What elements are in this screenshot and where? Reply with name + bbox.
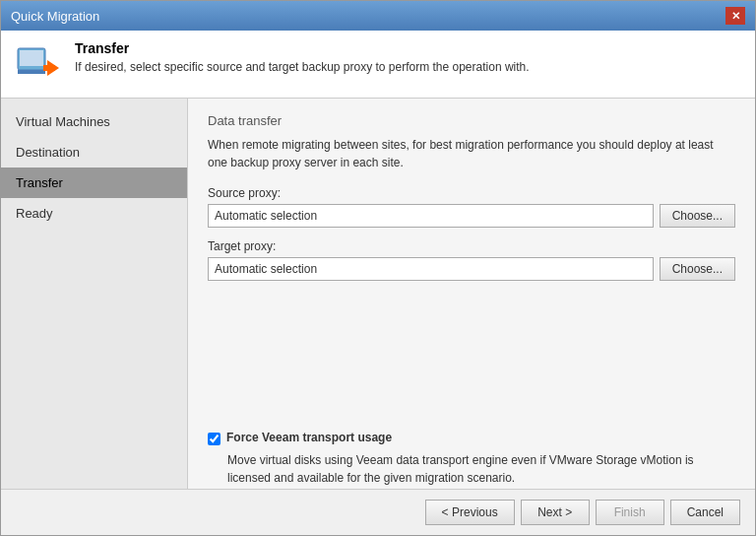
footer: < Previous Next > Finish Cancel	[1, 489, 755, 535]
target-proxy-input[interactable]	[208, 257, 654, 281]
source-proxy-group: Source proxy: Choose...	[208, 186, 735, 228]
header-title: Transfer	[75, 40, 530, 56]
target-proxy-group: Target proxy: Choose...	[208, 239, 735, 281]
force-veeam-checkbox[interactable]	[208, 433, 220, 445]
sidebar-item-virtual-machines[interactable]: Virtual Machines	[1, 106, 187, 137]
sidebar: Virtual Machines Destination Transfer Re…	[1, 99, 188, 489]
source-proxy-label: Source proxy:	[208, 186, 735, 200]
checkbox-label[interactable]: Force Veeam transport usage	[226, 431, 392, 444]
section-description: When remote migrating between sites, for…	[208, 136, 735, 171]
header-description: If desired, select specific source and t…	[75, 60, 530, 74]
source-proxy-row: Choose...	[208, 204, 735, 228]
close-button[interactable]: ✕	[725, 7, 745, 25]
source-proxy-input[interactable]	[208, 204, 654, 228]
sidebar-item-transfer[interactable]: Transfer	[1, 168, 187, 198]
checkbox-description: Move virtual disks using Veeam data tran…	[227, 451, 735, 487]
sidebar-item-ready[interactable]: Ready	[1, 198, 187, 229]
target-proxy-row: Choose...	[208, 257, 735, 281]
section-title: Data transfer	[208, 113, 735, 128]
finish-button[interactable]: Finish	[596, 500, 664, 525]
checkbox-section: Force Veeam transport usage Move virtual…	[208, 411, 735, 487]
source-choose-button[interactable]: Choose...	[660, 204, 735, 228]
previous-button[interactable]: < Previous	[425, 500, 515, 525]
svg-rect-1	[20, 50, 43, 66]
header-icon	[16, 40, 63, 88]
header-section: Transfer If desired, select specific sou…	[1, 31, 755, 99]
main-content: Data transfer When remote migrating betw…	[188, 99, 755, 489]
next-button[interactable]: Next >	[521, 500, 590, 525]
title-bar: Quick Migration ✕	[1, 1, 755, 31]
target-proxy-label: Target proxy:	[208, 239, 735, 253]
target-choose-button[interactable]: Choose...	[660, 257, 735, 281]
window: Quick Migration ✕ Transfer If desired, s…	[0, 0, 756, 536]
svg-rect-2	[18, 70, 45, 74]
header-text: Transfer If desired, select specific sou…	[75, 40, 530, 74]
cancel-button[interactable]: Cancel	[670, 500, 740, 525]
content-area: Virtual Machines Destination Transfer Re…	[1, 99, 755, 489]
checkbox-row: Force Veeam transport usage	[208, 431, 735, 445]
svg-rect-4	[43, 65, 55, 71]
window-title: Quick Migration	[11, 9, 99, 24]
sidebar-item-destination[interactable]: Destination	[1, 137, 187, 168]
